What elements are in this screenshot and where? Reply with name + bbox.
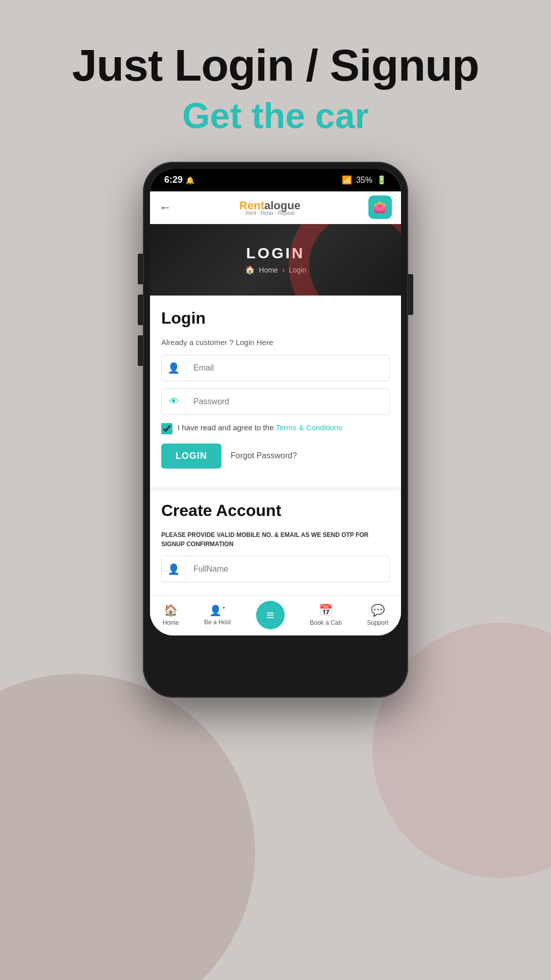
battery-icon: 🔋 xyxy=(377,175,387,185)
phone-outer: 6:29 🔔 📶 35% 🔋 ← Rentalogue xyxy=(143,162,408,698)
host-nav-icon: 👤+ xyxy=(209,604,226,617)
home-nav-label: Home xyxy=(163,619,179,626)
person-icon: 👤 xyxy=(162,556,186,582)
page-background: Just Login / Signup Get the car 6:29 🔔 📶… xyxy=(0,0,551,980)
support-nav-label: Support xyxy=(367,619,388,626)
eye-icon: 👁 xyxy=(162,389,186,414)
battery-text: 35% xyxy=(356,176,372,185)
nav-item-host[interactable]: 👤+ Be a Host xyxy=(204,604,231,626)
back-button[interactable]: ← xyxy=(159,200,171,214)
login-form: Login Already a customer ? Login Here 👤 … xyxy=(150,296,401,487)
bottom-navigation: 🏠 Home 👤+ Be a Host ≡ 📅 Book a Cab xyxy=(150,595,401,635)
signal-icon: 📶 xyxy=(342,175,352,185)
host-nav-label: Be a Host xyxy=(204,619,231,626)
cab-nav-icon: 📅 xyxy=(319,604,333,617)
create-account-section: Create Account PLEASE PROVIDE VALID MOBI… xyxy=(150,487,401,595)
wallet-icon: 👛 xyxy=(373,201,387,214)
fullname-input-group: 👤 xyxy=(161,556,390,582)
support-nav-icon: 💬 xyxy=(371,604,385,617)
hero-title: Just Login / Signup xyxy=(72,41,479,90)
nav-item-cab[interactable]: 📅 Book a Cab xyxy=(310,604,342,626)
password-field[interactable] xyxy=(186,391,389,412)
menu-icon: ≡ xyxy=(266,607,274,623)
nav-item-home[interactable]: 🏠 Home xyxy=(163,604,179,626)
terms-checkbox[interactable] xyxy=(161,423,172,434)
status-icons: 📶 35% 🔋 xyxy=(342,175,387,185)
breadcrumb-home-label: Home xyxy=(259,266,278,274)
app-logo: Rentalogue Rent · Relax · Repeat xyxy=(239,199,300,216)
breadcrumb-separator: › xyxy=(282,265,285,275)
nav-item-support[interactable]: 💬 Support xyxy=(367,604,388,626)
banner-title: LOGIN xyxy=(246,244,305,262)
home-icon: 🏠 xyxy=(245,265,255,275)
login-section-title: Login xyxy=(161,309,390,328)
notification-icon: 🔔 xyxy=(186,176,194,184)
login-subtitle: Already a customer ? Login Here xyxy=(161,338,390,347)
email-field[interactable] xyxy=(186,357,389,379)
hero-section: Just Login / Signup Get the car xyxy=(72,0,479,157)
user-icon: 👤 xyxy=(162,355,186,381)
terms-label: I have read and agree to the Terms & Con… xyxy=(178,422,342,433)
logo-tagline: Rent · Relax · Repeat xyxy=(239,210,300,216)
action-row: LOGIN Forgot Password? xyxy=(161,444,390,469)
password-input-group: 👁 xyxy=(161,388,390,415)
breadcrumb: 🏠 Home › Login xyxy=(245,265,307,275)
fullname-field[interactable] xyxy=(186,558,389,580)
otp-notice: PLEASE PROVIDE VALID MOBILE NO. & EMAIL … xyxy=(161,530,390,549)
hero-subtitle: Get the car xyxy=(72,95,479,136)
email-input-group: 👤 xyxy=(161,355,390,381)
forgot-password-link[interactable]: Forgot Password? xyxy=(231,451,297,460)
login-banner: LOGIN 🏠 Home › Login xyxy=(150,224,401,296)
phone-screen: 6:29 🔔 📶 35% 🔋 ← Rentalogue xyxy=(150,169,401,635)
cab-nav-label: Book a Cab xyxy=(310,619,342,626)
nav-center-button[interactable]: ≡ xyxy=(256,601,285,629)
home-nav-icon: 🏠 xyxy=(164,604,178,617)
login-button[interactable]: LOGIN xyxy=(161,444,221,469)
app-header: ← Rentalogue Rent · Relax · Repeat 👛 xyxy=(150,191,401,224)
terms-link[interactable]: Terms & Conditions xyxy=(276,423,342,432)
phone-mockup: 6:29 🔔 📶 35% 🔋 ← Rentalogue xyxy=(143,162,408,698)
breadcrumb-current: Login xyxy=(289,266,306,274)
status-time: 6:29 🔔 xyxy=(164,175,194,185)
create-account-title: Create Account xyxy=(161,501,390,520)
notch xyxy=(242,169,309,183)
terms-checkbox-row: I have read and agree to the Terms & Con… xyxy=(161,422,390,434)
wallet-button[interactable]: 👛 xyxy=(368,195,392,219)
